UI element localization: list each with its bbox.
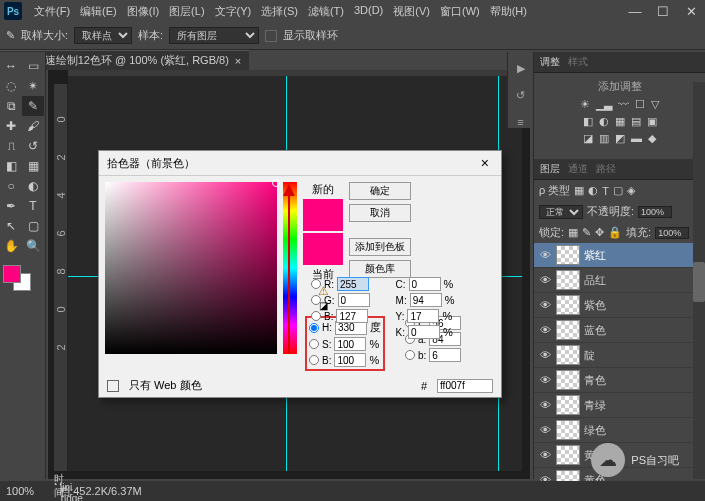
filter-shape-icon[interactable]: ▢	[613, 184, 623, 197]
visibility-icon[interactable]: 👁	[538, 324, 552, 336]
tab-adjustments[interactable]: 调整	[540, 55, 560, 69]
add-swatch-button[interactable]: 添加到色板	[349, 238, 411, 256]
tab-timeline[interactable]: 时间轴	[48, 485, 60, 501]
dialog-close-icon[interactable]: ×	[477, 155, 493, 171]
saturation-value-field[interactable]	[105, 182, 277, 354]
menu-window[interactable]: 窗口(W)	[436, 2, 484, 21]
lock-paint-icon[interactable]: ✎	[582, 226, 591, 239]
curves-icon[interactable]: 〰	[618, 98, 629, 111]
eraser-tool[interactable]: ◧	[0, 156, 22, 176]
menu-image[interactable]: 图像(I)	[123, 2, 163, 21]
ruler-vertical[interactable]: 0246802	[54, 84, 68, 471]
r-radio[interactable]	[311, 279, 321, 289]
fill-input[interactable]	[655, 227, 689, 239]
filter-smart-icon[interactable]: ◈	[627, 184, 635, 197]
rgb-b-input[interactable]	[336, 309, 368, 323]
threshold-icon[interactable]: ◩	[615, 132, 625, 145]
m-input[interactable]	[410, 293, 442, 307]
heal-tool[interactable]: ✚	[0, 116, 22, 136]
bw-icon[interactable]: ◐	[599, 115, 609, 128]
web-only-checkbox[interactable]	[107, 380, 119, 392]
visibility-icon[interactable]: 👁	[538, 349, 552, 361]
zoom-level[interactable]: 100%	[6, 485, 34, 497]
layer-row[interactable]: 👁紫色	[534, 293, 705, 318]
gradient-tool[interactable]: ▦	[22, 156, 44, 176]
layer-thumb[interactable]	[556, 395, 580, 415]
menu-3d[interactable]: 3D(D)	[350, 2, 387, 21]
menu-layer[interactable]: 图层(L)	[165, 2, 208, 21]
show-ring-checkbox[interactable]	[265, 30, 277, 42]
hue-slider[interactable]	[283, 182, 297, 354]
layer-thumb[interactable]	[556, 320, 580, 340]
lab-b-input[interactable]	[429, 348, 461, 362]
filter-adj-icon[interactable]: ◐	[588, 184, 598, 197]
menu-view[interactable]: 视图(V)	[389, 2, 434, 21]
close-doc-icon[interactable]: ×	[235, 55, 241, 67]
layer-thumb[interactable]	[556, 270, 580, 290]
foreground-swatch[interactable]	[3, 265, 21, 283]
lock-pos-icon[interactable]: ✥	[595, 226, 604, 239]
color-libraries-button[interactable]: 颜色库	[349, 260, 411, 278]
menu-type[interactable]: 文字(Y)	[211, 2, 256, 21]
path-tool[interactable]: ↖	[0, 216, 22, 236]
pen-tool[interactable]: ✒	[0, 196, 22, 216]
g-input[interactable]	[338, 293, 370, 307]
photo-filter-icon[interactable]: ▦	[615, 115, 625, 128]
hex-input[interactable]	[437, 379, 493, 393]
gradient-map-icon[interactable]: ▬	[631, 132, 642, 145]
brush-tool[interactable]: 🖌	[22, 116, 44, 136]
exposure-icon[interactable]: ☐	[635, 98, 645, 111]
mixer-icon[interactable]: ▤	[631, 115, 641, 128]
b-radio[interactable]	[309, 355, 319, 365]
layer-row[interactable]: 👁靛	[534, 343, 705, 368]
sv-cursor-icon[interactable]	[272, 179, 280, 187]
close-button[interactable]: ✕	[677, 2, 705, 20]
wand-tool[interactable]: ✴	[22, 76, 44, 96]
visibility-icon[interactable]: 👁	[538, 374, 552, 386]
props-icon[interactable]: ≡	[517, 116, 523, 128]
minimize-button[interactable]: —	[621, 2, 649, 20]
y-input[interactable]	[407, 309, 439, 323]
invert-icon[interactable]: ◪	[583, 132, 593, 145]
levels-icon[interactable]: ▁▃	[596, 98, 612, 111]
layer-row[interactable]: 👁青绿	[534, 393, 705, 418]
layer-thumb[interactable]	[556, 245, 580, 265]
s-radio[interactable]	[309, 339, 319, 349]
menu-select[interactable]: 选择(S)	[257, 2, 302, 21]
visibility-icon[interactable]: 👁	[538, 299, 552, 311]
blend-mode-select[interactable]: 正常	[539, 205, 583, 219]
sample-layers-select[interactable]: 所有图层	[169, 27, 259, 44]
layer-row[interactable]: 👁紫红	[534, 243, 705, 268]
zoom-tool[interactable]: 🔍	[22, 236, 44, 256]
bv-input[interactable]	[334, 353, 366, 367]
play-icon[interactable]: ▶	[517, 62, 525, 75]
opacity-input[interactable]	[638, 206, 672, 218]
rgb-b-radio[interactable]	[311, 311, 321, 321]
layer-thumb[interactable]	[556, 295, 580, 315]
layer-row[interactable]: 👁绿色	[534, 418, 705, 443]
c-input[interactable]	[409, 277, 441, 291]
ok-button[interactable]: 确定	[349, 182, 411, 200]
history-icon[interactable]: ↺	[516, 89, 525, 102]
tab-channels[interactable]: 通道	[568, 162, 588, 176]
menu-filter[interactable]: 滤镜(T)	[304, 2, 348, 21]
r-input[interactable]	[337, 277, 369, 291]
layer-thumb[interactable]	[556, 445, 580, 465]
lock-all-icon[interactable]: 🔒	[608, 226, 622, 239]
posterize-icon[interactable]: ▥	[599, 132, 609, 145]
selective-icon[interactable]: ◆	[648, 132, 656, 145]
layer-thumb[interactable]	[556, 345, 580, 365]
blur-tool[interactable]: ○	[0, 176, 22, 196]
shape-tool[interactable]: ▢	[22, 216, 44, 236]
lookup-icon[interactable]: ▣	[647, 115, 657, 128]
eyedropper-tool[interactable]: ✎	[22, 96, 44, 116]
layer-row[interactable]: 👁青色	[534, 368, 705, 393]
scrollbar-thumb[interactable]	[693, 262, 705, 302]
s-input[interactable]	[334, 337, 366, 351]
marquee-tool[interactable]: ▭	[22, 56, 44, 76]
history-brush-tool[interactable]: ↺	[22, 136, 44, 156]
lasso-tool[interactable]: ◌	[0, 76, 22, 96]
move-tool[interactable]: ↔	[0, 56, 22, 76]
filter-type-icon[interactable]: T	[602, 185, 609, 197]
k-input[interactable]	[408, 325, 440, 339]
